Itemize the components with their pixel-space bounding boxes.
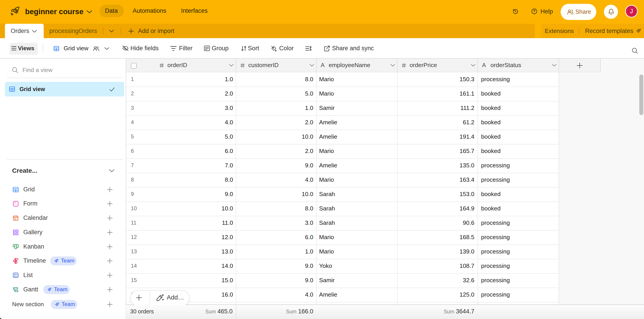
svg-text:31: 31 [14,218,16,220]
